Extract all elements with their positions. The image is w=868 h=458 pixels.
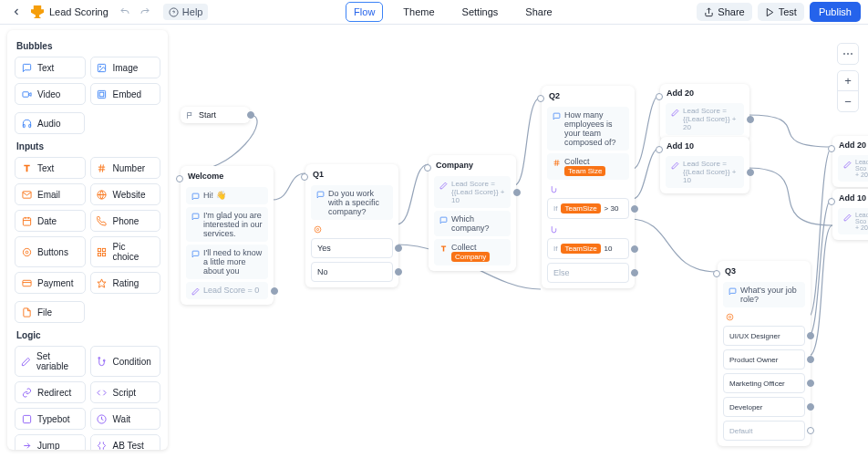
q3-question[interactable]: What's your job role?	[723, 282, 805, 307]
tool-date[interactable]: Date	[15, 210, 86, 232]
q1-question[interactable]: Do you work with a specific company?	[311, 185, 393, 220]
welcome-row3[interactable]: I'll need to know a little more about yo…	[186, 245, 268, 279]
test-button[interactable]: Test	[758, 3, 804, 21]
tab-share[interactable]: Share	[518, 3, 559, 21]
tool-buttons[interactable]: Buttons	[15, 236, 86, 267]
port[interactable]	[631, 205, 638, 213]
port[interactable]	[807, 356, 814, 363]
add20-block[interactable]: Add 20 Lead Score = {{Lead Score}} + 20	[660, 84, 749, 141]
port[interactable]	[656, 146, 663, 153]
company-score[interactable]: Lead Score = {{Lead Score}} + 10	[434, 176, 511, 208]
port[interactable]	[807, 427, 814, 434]
tool-abtest[interactable]: AB Test	[90, 434, 161, 450]
tab-flow[interactable]: Flow	[346, 2, 383, 22]
q2-else[interactable]: Else	[547, 263, 629, 283]
port[interactable]	[828, 198, 835, 205]
canvas[interactable]: Bubbles Text Image Video Embed Audio Inp…	[0, 25, 868, 458]
welcome-row1[interactable]: Hi! 👋	[186, 187, 268, 204]
pencil-icon	[21, 356, 31, 367]
add20-2-score[interactable]: Lead Sco+ 20	[838, 155, 868, 182]
q2-block[interactable]: Q2 How many employees is your team compo…	[542, 86, 635, 288]
tool-number[interactable]: Number	[90, 157, 161, 179]
zoom-out-button[interactable]: −	[838, 91, 858, 111]
buttons-icon	[725, 312, 734, 321]
q2-question[interactable]: How many employees is your team composed…	[547, 107, 629, 151]
tool-script[interactable]: Script	[90, 381, 161, 403]
zoom-in-button[interactable]: +	[838, 71, 858, 91]
tool-website[interactable]: Website	[90, 183, 161, 205]
add20-score[interactable]: Lead Score = {{Lead Score}} + 20	[666, 103, 744, 135]
tool-image[interactable]: Image	[90, 57, 161, 78]
redo-button[interactable]	[136, 3, 154, 21]
buttons-icon	[313, 224, 322, 234]
tool-embed[interactable]: Embed	[90, 83, 161, 105]
q3-opt3[interactable]: Developer	[723, 397, 805, 417]
company-question[interactable]: Which company?	[434, 211, 511, 236]
port[interactable]	[807, 403, 814, 411]
q1-opt-yes[interactable]: Yes	[311, 238, 393, 258]
q3-opt0[interactable]: UI/UX Designer	[723, 326, 805, 346]
back-button[interactable]	[7, 3, 26, 21]
add20-2-block[interactable]: Add 20 Lead Sco+ 20	[832, 136, 868, 187]
section-inputs-title: Inputs	[16, 141, 160, 151]
port[interactable]	[747, 169, 754, 176]
company-block[interactable]: Company Lead Score = {{Lead Score}} + 10…	[429, 155, 516, 271]
welcome-block[interactable]: Welcome Hi! 👋 I'm glad you are intereste…	[181, 166, 274, 305]
tool-phone[interactable]: Phone	[90, 210, 161, 232]
tool-payment[interactable]: Payment	[15, 272, 86, 294]
q3-block[interactable]: Q3 What's your job role? UI/UX Designer …	[718, 261, 811, 446]
tool-text[interactable]: Text	[15, 57, 86, 78]
tool-redirect[interactable]: Redirect	[15, 381, 86, 403]
publish-button[interactable]: Publish	[810, 2, 861, 22]
tool-email[interactable]: Email	[15, 183, 86, 205]
tool-setvar[interactable]: Set variable	[15, 346, 86, 377]
q3-opt1[interactable]: Product Owner	[723, 349, 805, 370]
q2-cond2[interactable]: IfTeamSize10	[547, 238, 629, 259]
tool-textinput[interactable]: Text	[15, 157, 86, 179]
add20-2-title: Add 20	[832, 136, 868, 152]
port[interactable]	[395, 268, 402, 276]
port[interactable]	[395, 245, 402, 252]
port[interactable]	[631, 245, 638, 253]
tool-audio[interactable]: Audio	[15, 112, 85, 134]
port[interactable]	[807, 332, 814, 339]
tool-video[interactable]: Video	[15, 83, 86, 105]
tab-theme[interactable]: Theme	[396, 3, 441, 21]
undo-button[interactable]	[116, 3, 134, 21]
q2-collect[interactable]: Collect Team Size	[547, 153, 629, 180]
port[interactable]	[631, 269, 638, 276]
port[interactable]	[247, 111, 254, 119]
q1-opt-no[interactable]: No	[311, 262, 393, 282]
start-node[interactable]: Start	[181, 107, 250, 123]
welcome-row2[interactable]: I'm glad you are interested in our servi…	[186, 207, 268, 242]
share-button[interactable]: Share	[697, 3, 751, 21]
tool-cond[interactable]: Condition	[90, 346, 161, 377]
help-button[interactable]: Help	[163, 4, 209, 20]
svg-point-46	[728, 316, 730, 317]
port[interactable]	[271, 287, 278, 295]
tool-wait[interactable]: Wait	[90, 408, 161, 430]
port[interactable]	[807, 380, 814, 387]
port[interactable]	[513, 189, 521, 196]
q3-opt2[interactable]: Marketing Officer	[723, 373, 805, 393]
tool-file[interactable]: File	[15, 301, 85, 323]
tool-rating[interactable]: Rating	[90, 272, 161, 294]
add10-2-score[interactable]: Lead Sco+ 20	[838, 208, 868, 234]
add10-2-block[interactable]: Add 10 Lead Sco+ 20	[832, 189, 868, 240]
add10-score[interactable]: Lead Score = {{Lead Score}} + 10	[666, 156, 744, 188]
port[interactable]	[828, 145, 835, 152]
q3-opt4[interactable]: Default	[723, 421, 805, 441]
tab-settings[interactable]: Settings	[455, 3, 506, 21]
port[interactable]	[656, 93, 663, 100]
q2-cond1[interactable]: IfTeamSize> 30	[547, 198, 629, 219]
tool-jump[interactable]: Jump	[15, 434, 86, 450]
q1-block[interactable]: Q1 Do you work with a specific company? …	[305, 164, 398, 287]
tool-typebot[interactable]: Typebot	[15, 408, 86, 430]
canvas-menu-button[interactable]: ⋯	[837, 43, 859, 65]
tool-picchoice[interactable]: Pic choice	[90, 236, 161, 267]
welcome-score[interactable]: Lead Score = 0	[186, 282, 268, 299]
add10-block[interactable]: Add 10 Lead Score = {{Lead Score}} + 10	[660, 137, 749, 193]
company-collect[interactable]: Collect Company	[434, 239, 511, 265]
title-block[interactable]: Lead Scoring	[31, 5, 108, 18]
port[interactable]	[747, 116, 754, 123]
